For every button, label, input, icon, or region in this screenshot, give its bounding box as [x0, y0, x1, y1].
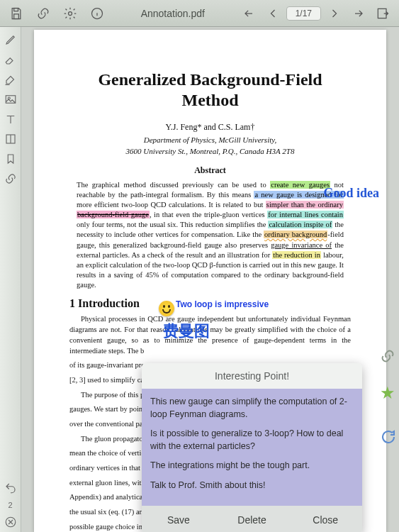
underline[interactable]: ordinary background: [264, 231, 327, 238]
attachment-icon[interactable]: [0, 169, 21, 189]
clear-icon[interactable]: [0, 512, 21, 532]
page-area: Generalized Background-Field Method Y.J.…: [21, 27, 399, 532]
prev-page-icon[interactable]: [262, 3, 283, 24]
svg-point-2: [69, 11, 72, 15]
svg-rect-1: [14, 13, 19, 18]
back-icon[interactable]: [238, 3, 259, 24]
affiliation-line2: 3600 University St., Montreal, P.Q., Can…: [69, 147, 351, 155]
highlight[interactable]: create new gauges: [270, 181, 330, 189]
popup-actions: Save Delete Close: [142, 506, 362, 532]
export-icon[interactable]: [372, 3, 393, 24]
highlight[interactable]: for internal lines contain: [267, 211, 344, 218]
next-page-icon[interactable]: [324, 3, 345, 24]
strikethrough[interactable]: background-field gauge: [77, 211, 150, 218]
undo-count: 2: [0, 498, 21, 512]
abstract-heading: Abstract: [69, 165, 351, 176]
body-paragraph: Physical processes in QCD are gauge inde…: [69, 314, 351, 356]
paper-authors: Y.J. Feng* and C.S. Lam†: [69, 122, 351, 133]
highlight[interactable]: calculation inspite of: [268, 221, 332, 228]
book-icon[interactable]: [0, 129, 21, 149]
eraser-icon[interactable]: [0, 50, 21, 70]
star-icon[interactable]: ★: [378, 383, 398, 403]
underline[interactable]: gauge invariance of: [271, 241, 332, 249]
link-icon[interactable]: [33, 3, 54, 24]
paper-title: Generalized Background-Field Method: [69, 70, 351, 111]
page-nav: 1/17: [238, 3, 393, 24]
affiliation-line1: Department of Physics, McGill University…: [69, 135, 351, 144]
forward-icon[interactable]: [348, 3, 369, 24]
close-button[interactable]: Close: [288, 506, 362, 532]
highlight[interactable]: simpler than the ordinary: [266, 201, 344, 209]
undo-icon[interactable]: [0, 478, 21, 498]
page-indicator[interactable]: 1/17: [286, 6, 321, 21]
top-toolbar: Annotation.pdf 1/17: [0, 0, 399, 27]
text-icon[interactable]: [0, 109, 21, 129]
bookmark-icon[interactable]: [0, 149, 21, 169]
settings-icon[interactable]: [60, 3, 81, 24]
smiley-stamp[interactable]: [159, 301, 174, 316]
abstract-body: The graphical method discussed previousl…: [69, 180, 351, 291]
text-annotation[interactable]: Two loop is impressive: [176, 299, 269, 309]
save-icon[interactable]: [6, 3, 27, 24]
left-sidebar: 2: [0, 27, 21, 532]
handwritten-annotation[interactable]: Good idea: [323, 186, 379, 201]
save-button[interactable]: Save: [142, 506, 215, 532]
pen-icon[interactable]: [0, 30, 21, 50]
delete-button[interactable]: Delete: [215, 506, 289, 532]
image-icon[interactable]: [0, 89, 21, 109]
note-popup: Interesting Point! This new gauge can si…: [142, 363, 362, 532]
svg-rect-0: [14, 8, 18, 11]
info-icon[interactable]: [86, 3, 108, 24]
highlight[interactable]: the reduction in: [272, 251, 321, 259]
comment-icon[interactable]: [378, 427, 398, 447]
popup-body[interactable]: This new gauge can simplify the computat…: [142, 389, 362, 506]
link-attachment-icon[interactable]: [378, 346, 398, 366]
handwritten-annotation[interactable]: 费曼图: [163, 321, 210, 342]
highlighter-icon[interactable]: [0, 70, 21, 89]
document-title: Annotation.pdf: [113, 8, 232, 19]
popup-title: Interesting Point!: [142, 363, 362, 389]
